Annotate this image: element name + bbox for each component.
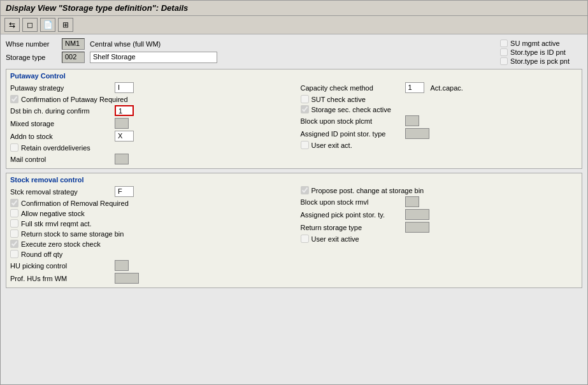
return-storage-box	[405, 222, 429, 233]
hu-picking-label: HU picking control	[10, 262, 112, 270]
putaway-right: Capacity check method 1 Act.capac. SUT c…	[301, 82, 578, 164]
mixed-storage-label: Mixed storage	[10, 120, 112, 127]
allow-negative-label: Allow negative stock	[21, 210, 85, 217]
putaway-title: Putaway Control	[10, 72, 578, 80]
mixed-storage-row: Mixed storage	[10, 118, 288, 129]
su-mgmt-checkbox[interactable]	[500, 40, 508, 47]
removal-confirm-label: Confirmation of Removal Required	[21, 200, 129, 207]
toolbar-btn-copy[interactable]: ⊞	[58, 18, 73, 32]
title-bar: Display View "Storage type definition": …	[1, 1, 587, 16]
assigned-id-label: Assigned ID point stor. type	[301, 130, 403, 138]
addn-stock-value: X	[115, 131, 134, 142]
round-off-checkbox[interactable]	[10, 250, 18, 258]
addn-stock-row: Addn to stock X	[10, 131, 288, 142]
toolbar: ⇆ ◻ 📄 ⊞	[1, 16, 587, 34]
block-rmvl-row: Block upon stock rmvl	[301, 196, 578, 207]
assigned-id-row: Assigned ID point stor. type	[301, 128, 578, 139]
mail-control-box	[115, 154, 129, 164]
putaway-confirm-label: Confirmation of Putaway Required	[21, 96, 128, 103]
return-stock-label: Return stock to same storage bin	[21, 230, 124, 238]
return-storage-row: Return storage type	[301, 222, 578, 233]
mixed-storage-box	[115, 118, 129, 129]
user-exit-putaway-label: User exit act.	[312, 142, 352, 149]
putaway-confirm-row: Confirmation of Putaway Required	[10, 95, 288, 103]
block-stock-row: Block upon stock plcmt	[301, 115, 578, 126]
putaway-confirm-checkbox[interactable]	[10, 95, 18, 103]
mail-control-row: Mail control	[10, 154, 288, 164]
whse-label: Whse number	[6, 40, 57, 48]
hu-picking-box	[115, 260, 129, 271]
toolbar-btn-save[interactable]: ◻	[22, 18, 38, 32]
assigned-pick-box	[405, 209, 429, 220]
stor-pck-pnt-checkbox[interactable]	[500, 57, 508, 65]
execute-zero-label: Execute zero stock check	[21, 240, 101, 248]
stor-label: Storage type	[6, 54, 57, 61]
prof-hus-row: Prof. HUs frm WM	[10, 273, 288, 284]
stor-pck-pnt-label: Stor.type is pck pnt	[510, 57, 570, 65]
putaway-section: Putaway Control Putaway strategy I Confi…	[6, 69, 582, 169]
block-stock-box	[405, 115, 419, 126]
stor-id-pnt-label: Stor.type is ID pnt	[510, 48, 566, 56]
stor-type-value: 002	[62, 52, 85, 63]
allow-negative-row: Allow negative stock	[10, 209, 288, 217]
assigned-pick-row: Assigned pick point stor. ty.	[301, 209, 578, 220]
removal-strategy-row: Stck removal strategy F	[10, 186, 288, 197]
hu-picking-row: HU picking control	[10, 260, 288, 271]
whse-row: Whse number NM1 Central whse (full WM)	[6, 38, 500, 50]
putaway-left: Putaway strategy I Confirmation of Putaw…	[10, 82, 288, 164]
block-rmvl-label: Block upon stock rmvl	[301, 198, 403, 206]
prof-hus-box	[115, 273, 139, 284]
whse-text: Central whse (full WM)	[90, 40, 161, 48]
header-checkboxes: SU mgmt active Stor.type is ID pnt Stor.…	[500, 38, 582, 65]
retain-overdel-row: Retain overddeliveries	[10, 143, 288, 152]
whse-number-value: NM1	[62, 38, 85, 50]
toolbar-btn-new[interactable]: 📄	[40, 18, 55, 32]
removal-confirm-row: Confirmation of Removal Required	[10, 199, 288, 207]
putaway-strategy-row: Putaway strategy I	[10, 82, 288, 93]
removal-right: Propose post. change at storage bin Bloc…	[301, 186, 578, 284]
assigned-id-box	[405, 128, 429, 139]
round-off-row: Round off qty	[10, 250, 288, 258]
main-content: Whse number NM1 Central whse (full WM) S…	[1, 34, 587, 296]
putaway-body: Putaway strategy I Confirmation of Putaw…	[10, 82, 578, 164]
user-exit-putaway-checkbox[interactable]	[301, 141, 309, 149]
return-stock-checkbox[interactable]	[10, 229, 18, 238]
user-exit-removal-row: User exit active	[301, 235, 578, 243]
putaway-strategy-label: Putaway strategy	[10, 84, 112, 92]
execute-zero-checkbox[interactable]	[10, 240, 18, 248]
propose-post-row: Propose post. change at storage bin	[301, 186, 578, 194]
mail-control-label: Mail control	[10, 156, 112, 163]
storage-sec-row: Storage sec. check active	[301, 105, 578, 113]
removal-confirm-checkbox[interactable]	[10, 199, 18, 207]
removal-strategy-value: F	[115, 186, 134, 197]
propose-post-checkbox[interactable]	[301, 186, 309, 194]
dst-bin-label: Dst bin ch. during confirm	[10, 107, 112, 115]
user-exit-removal-checkbox[interactable]	[301, 235, 309, 243]
round-off-label: Round off qty	[21, 251, 62, 258]
sut-check-checkbox[interactable]	[301, 95, 309, 103]
stor-id-pnt-row: Stor.type is ID pnt	[500, 48, 570, 56]
sut-check-label: SUT check active	[312, 96, 366, 103]
storage-sec-checkbox[interactable]	[301, 105, 309, 113]
capacity-check-value: 1	[405, 82, 424, 93]
stor-row: Storage type 002 Shelf Storage	[6, 52, 500, 63]
full-stk-checkbox[interactable]	[10, 219, 18, 228]
allow-negative-checkbox[interactable]	[10, 209, 18, 217]
putaway-strategy-value: I	[115, 82, 134, 93]
removal-left: Stck removal strategy F Confirmation of …	[10, 186, 288, 284]
user-exit-removal-label: User exit active	[312, 235, 359, 243]
full-stk-label: Full stk rmvl reqmt act.	[21, 220, 92, 228]
act-capac-label: Act.capac.	[431, 84, 463, 92]
page-title: Display View "Storage type definition": …	[6, 3, 188, 13]
stock-removal-body: Stck removal strategy F Confirmation of …	[10, 186, 578, 284]
addn-stock-label: Addn to stock	[10, 133, 112, 140]
retain-overdel-checkbox[interactable]	[10, 143, 18, 152]
stor-id-pnt-checkbox[interactable]	[500, 48, 508, 56]
toolbar-btn-nav[interactable]: ⇆	[4, 18, 20, 32]
sut-check-row: SUT check active	[301, 95, 578, 103]
user-exit-putaway-row: User exit act.	[301, 141, 578, 149]
dst-bin-row: Dst bin ch. during confirm 1	[10, 105, 288, 116]
stock-removal-section: Stock removal control Stck removal strat…	[6, 173, 582, 288]
su-mgmt-row: SU mgmt active	[500, 40, 570, 47]
assigned-pick-label: Assigned pick point stor. ty.	[301, 211, 403, 219]
